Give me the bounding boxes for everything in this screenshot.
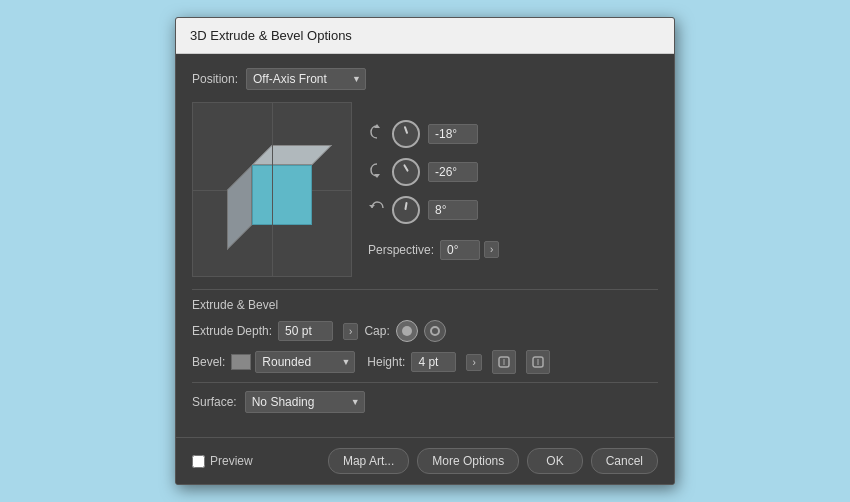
surface-row: Surface: No Shading Diffuse Shading Plas… xyxy=(192,391,658,413)
dial-2[interactable] xyxy=(392,158,420,186)
cube-3d xyxy=(227,145,317,235)
position-label: Position: xyxy=(192,72,238,86)
cap-hollow-button[interactable] xyxy=(424,320,446,342)
height-expand-button[interactable]: › xyxy=(466,354,481,371)
cube-preview xyxy=(192,102,352,277)
extrude-depth-row: Extrude Depth: › Cap: xyxy=(192,320,658,342)
surface-select[interactable]: No Shading Diffuse Shading Plastic Shadi… xyxy=(245,391,365,413)
angle-input-1[interactable] xyxy=(428,124,478,144)
title-bar: 3D Extrude & Bevel Options xyxy=(176,18,674,54)
extrude-bevel-title: Extrude & Bevel xyxy=(192,298,658,312)
dialog-footer: Preview Map Art... More Options OK Cance… xyxy=(176,437,674,484)
dial-3[interactable] xyxy=(392,196,420,224)
bevel-outside-button[interactable] xyxy=(492,350,516,374)
angle-row-2 xyxy=(368,158,658,186)
angle-icon-1 xyxy=(368,124,386,143)
cap-hollow-icon xyxy=(430,326,440,336)
angle-icon-3 xyxy=(368,200,386,219)
angle-row-1 xyxy=(368,120,658,148)
bevel-row: Bevel: Rounded None Complex 1 Complex 2 … xyxy=(192,350,658,374)
preview-label: Preview xyxy=(210,454,253,468)
cap-filled-icon xyxy=(402,326,412,336)
main-area: Perspective: › xyxy=(192,102,658,277)
angle-input-3[interactable] xyxy=(428,200,478,220)
height-input[interactable] xyxy=(411,352,456,372)
cube-front-face xyxy=(252,165,312,225)
bevel-swatch xyxy=(231,354,251,370)
section-divider-2 xyxy=(192,382,658,383)
cube-top-face xyxy=(252,145,332,165)
bevel-select-wrapper: Rounded None Complex 1 Complex 2 xyxy=(231,351,355,373)
cap-filled-button[interactable] xyxy=(396,320,418,342)
dialog-title: 3D Extrude & Bevel Options xyxy=(190,28,352,43)
surface-label: Surface: xyxy=(192,395,237,409)
controls-area: Perspective: › xyxy=(352,102,658,277)
bevel-label: Bevel: xyxy=(192,355,225,369)
bevel-select-dropdown-wrapper: Rounded None Complex 1 Complex 2 xyxy=(255,351,355,373)
dial-1[interactable] xyxy=(392,120,420,148)
position-select[interactable]: Off-Axis Front Off-Axis Back Isometric L… xyxy=(246,68,366,90)
perspective-row: Perspective: › xyxy=(368,240,658,260)
preview-checkbox-label[interactable]: Preview xyxy=(192,454,253,468)
extrude-depth-expand-button[interactable]: › xyxy=(343,323,358,340)
bevel-inside-button[interactable] xyxy=(526,350,550,374)
angle-input-2[interactable] xyxy=(428,162,478,182)
section-divider-1 xyxy=(192,289,658,290)
perspective-label: Perspective: xyxy=(368,243,434,257)
preview-checkbox[interactable] xyxy=(192,455,205,468)
angle-row-3 xyxy=(368,196,658,224)
extrude-depth-input[interactable] xyxy=(278,321,333,341)
cap-label: Cap: xyxy=(364,324,389,338)
cancel-button[interactable]: Cancel xyxy=(591,448,658,474)
position-row: Position: Off-Axis Front Off-Axis Back I… xyxy=(192,68,658,90)
dialog-3d-extrude-bevel: 3D Extrude & Bevel Options Position: Off… xyxy=(175,17,675,485)
map-art-button[interactable]: Map Art... xyxy=(328,448,409,474)
bevel-select[interactable]: Rounded None Complex 1 Complex 2 xyxy=(255,351,355,373)
ok-button[interactable]: OK xyxy=(527,448,582,474)
surface-select-wrapper: No Shading Diffuse Shading Plastic Shadi… xyxy=(245,391,365,413)
perspective-expand-button[interactable]: › xyxy=(484,241,499,258)
dialog-body: Position: Off-Axis Front Off-Axis Back I… xyxy=(176,54,674,437)
extrude-depth-label: Extrude Depth: xyxy=(192,324,272,338)
extrude-bevel-section: Extrude & Bevel Extrude Depth: › Cap: Be… xyxy=(192,298,658,374)
more-options-button[interactable]: More Options xyxy=(417,448,519,474)
position-select-wrapper: Off-Axis Front Off-Axis Back Isometric L… xyxy=(246,68,366,90)
svg-marker-2 xyxy=(369,205,375,208)
height-label: Height: xyxy=(367,355,405,369)
cube-side-face xyxy=(227,165,252,250)
angle-icon-2 xyxy=(368,162,386,181)
perspective-input[interactable] xyxy=(440,240,480,260)
